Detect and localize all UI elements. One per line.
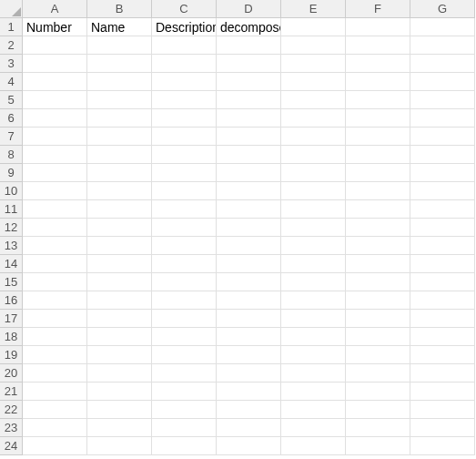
cell-d7[interactable] (217, 128, 281, 146)
cell-e11[interactable] (281, 200, 346, 219)
cell-d18[interactable] (217, 328, 281, 346)
cell-g5[interactable] (410, 91, 475, 109)
cell-f19[interactable] (346, 346, 410, 364)
cell-f7[interactable] (346, 128, 410, 146)
cell-e5[interactable] (281, 91, 346, 109)
column-header-c[interactable]: C (152, 0, 217, 18)
cell-b3[interactable] (87, 55, 152, 73)
cell-c17[interactable] (152, 310, 217, 328)
cell-b7[interactable] (87, 128, 152, 146)
cell-a4[interactable] (23, 73, 87, 91)
cell-b15[interactable] (87, 273, 152, 291)
cell-f16[interactable] (346, 291, 410, 310)
cell-d17[interactable] (217, 310, 281, 328)
cell-b14[interactable] (87, 255, 152, 273)
cell-g10[interactable] (410, 182, 475, 200)
cell-f3[interactable] (346, 55, 410, 73)
cell-c11[interactable] (152, 200, 217, 219)
cell-a17[interactable] (23, 310, 87, 328)
cell-e16[interactable] (281, 291, 346, 310)
cell-c21[interactable] (152, 382, 217, 401)
cell-b2[interactable] (87, 36, 152, 55)
cell-a6[interactable] (23, 109, 87, 128)
cell-a22[interactable] (23, 401, 87, 419)
cell-a2[interactable] (23, 36, 87, 55)
cell-e22[interactable] (281, 401, 346, 419)
cell-b4[interactable] (87, 73, 152, 91)
cell-d22[interactable] (217, 401, 281, 419)
cell-b21[interactable] (87, 382, 152, 401)
cell-a18[interactable] (23, 328, 87, 346)
row-header-14[interactable]: 14 (0, 255, 23, 273)
cell-e20[interactable] (281, 364, 346, 382)
cell-b1[interactable]: Name (87, 18, 152, 36)
column-header-f[interactable]: F (346, 0, 410, 18)
cell-c8[interactable] (152, 146, 217, 164)
cell-f6[interactable] (346, 109, 410, 128)
cell-d19[interactable] (217, 346, 281, 364)
cell-e10[interactable] (281, 182, 346, 200)
cell-e15[interactable] (281, 273, 346, 291)
cell-b10[interactable] (87, 182, 152, 200)
cell-a9[interactable] (23, 164, 87, 182)
cell-e6[interactable] (281, 109, 346, 128)
cell-f14[interactable] (346, 255, 410, 273)
cell-e3[interactable] (281, 55, 346, 73)
cell-b22[interactable] (87, 401, 152, 419)
cell-d3[interactable] (217, 55, 281, 73)
cell-f12[interactable] (346, 219, 410, 237)
cell-g15[interactable] (410, 273, 475, 291)
cell-c14[interactable] (152, 255, 217, 273)
row-header-22[interactable]: 22 (0, 401, 23, 419)
cell-d24[interactable] (217, 437, 281, 455)
cell-c2[interactable] (152, 36, 217, 55)
cell-g13[interactable] (410, 237, 475, 255)
cell-f20[interactable] (346, 364, 410, 382)
cell-c16[interactable] (152, 291, 217, 310)
row-header-2[interactable]: 2 (0, 36, 23, 55)
cell-d4[interactable] (217, 73, 281, 91)
spreadsheet-grid[interactable]: ABCDEFG1NumberNameDescriptiondecomposes2… (0, 0, 476, 455)
cell-e24[interactable] (281, 437, 346, 455)
select-all-corner[interactable] (0, 0, 23, 18)
cell-c5[interactable] (152, 91, 217, 109)
cell-b16[interactable] (87, 291, 152, 310)
row-header-4[interactable]: 4 (0, 73, 23, 91)
cell-c1[interactable]: Description (152, 18, 217, 36)
cell-a16[interactable] (23, 291, 87, 310)
cell-a7[interactable] (23, 128, 87, 146)
cell-d5[interactable] (217, 91, 281, 109)
cell-c23[interactable] (152, 419, 217, 437)
row-header-21[interactable]: 21 (0, 382, 23, 401)
cell-d1[interactable]: decomposes (217, 18, 281, 36)
cell-g20[interactable] (410, 364, 475, 382)
row-header-6[interactable]: 6 (0, 109, 23, 128)
cell-b24[interactable] (87, 437, 152, 455)
cell-c13[interactable] (152, 237, 217, 255)
cell-e9[interactable] (281, 164, 346, 182)
cell-e14[interactable] (281, 255, 346, 273)
cell-g21[interactable] (410, 382, 475, 401)
row-header-16[interactable]: 16 (0, 291, 23, 310)
cell-f21[interactable] (346, 382, 410, 401)
row-header-5[interactable]: 5 (0, 91, 23, 109)
row-header-3[interactable]: 3 (0, 55, 23, 73)
cell-a14[interactable] (23, 255, 87, 273)
cell-b8[interactable] (87, 146, 152, 164)
cell-g22[interactable] (410, 401, 475, 419)
cell-f1[interactable] (346, 18, 410, 36)
cell-a23[interactable] (23, 419, 87, 437)
cell-g6[interactable] (410, 109, 475, 128)
cell-c19[interactable] (152, 346, 217, 364)
row-header-9[interactable]: 9 (0, 164, 23, 182)
cell-e1[interactable] (281, 18, 346, 36)
cell-d21[interactable] (217, 382, 281, 401)
row-header-12[interactable]: 12 (0, 219, 23, 237)
cell-d12[interactable] (217, 219, 281, 237)
row-header-19[interactable]: 19 (0, 346, 23, 364)
column-header-g[interactable]: G (410, 0, 475, 18)
cell-a15[interactable] (23, 273, 87, 291)
cell-c3[interactable] (152, 55, 217, 73)
row-header-17[interactable]: 17 (0, 310, 23, 328)
cell-c6[interactable] (152, 109, 217, 128)
